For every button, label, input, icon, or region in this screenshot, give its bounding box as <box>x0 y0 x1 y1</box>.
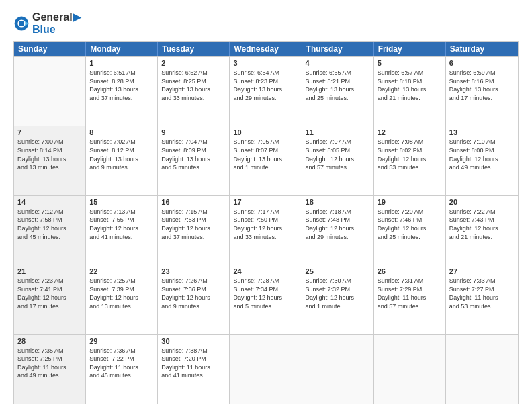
day-info: Sunrise: 7:35 AMSunset: 7:25 PMDaylight:… <box>17 347 82 380</box>
day-number: 19 <box>378 198 442 206</box>
day-number: 8 <box>89 128 154 136</box>
day-info: Sunrise: 7:33 AMSunset: 7:27 PMDaylight:… <box>449 277 515 310</box>
day-info: Sunrise: 6:51 AMSunset: 8:28 PMDaylight:… <box>89 68 154 102</box>
day-number: 25 <box>306 267 370 275</box>
cal-cell-2-6: 12Sunrise: 7:08 AMSunset: 8:02 PMDayligh… <box>374 126 446 195</box>
day-number: 30 <box>161 337 226 345</box>
cal-cell-1-4: 3Sunrise: 6:54 AMSunset: 8:23 PMDaylight… <box>230 57 302 126</box>
day-info: Sunrise: 7:25 AMSunset: 7:39 PMDaylight:… <box>89 277 154 310</box>
header-day-saturday: Saturday <box>446 42 518 56</box>
day-number: 2 <box>161 59 226 67</box>
calendar-row-2: 7Sunrise: 7:00 AMSunset: 8:14 PMDaylight… <box>14 126 518 195</box>
day-number: 7 <box>17 128 82 136</box>
logo-text: General▶ Blue <box>32 11 81 36</box>
cal-cell-4-1: 21Sunrise: 7:23 AMSunset: 7:41 PMDayligh… <box>14 265 86 334</box>
day-number: 28 <box>17 337 82 345</box>
cal-cell-2-7: 13Sunrise: 7:10 AMSunset: 8:00 PMDayligh… <box>446 126 518 195</box>
day-number: 27 <box>449 267 515 275</box>
header-day-monday: Monday <box>86 42 158 56</box>
day-info: Sunrise: 7:07 AMSunset: 8:05 PMDaylight:… <box>306 138 370 171</box>
day-info: Sunrise: 6:52 AMSunset: 8:25 PMDaylight:… <box>161 68 226 102</box>
day-info: Sunrise: 7:12 AMSunset: 7:58 PMDaylight:… <box>17 208 82 241</box>
day-info: Sunrise: 7:28 AMSunset: 7:34 PMDaylight:… <box>233 277 298 310</box>
day-number: 13 <box>449 128 515 136</box>
day-number: 11 <box>306 128 370 136</box>
cal-cell-3-2: 15Sunrise: 7:13 AMSunset: 7:55 PMDayligh… <box>86 196 158 265</box>
cal-cell-2-5: 11Sunrise: 7:07 AMSunset: 8:05 PMDayligh… <box>302 126 374 195</box>
cal-cell-4-3: 23Sunrise: 7:26 AMSunset: 7:36 PMDayligh… <box>158 265 230 334</box>
day-info: Sunrise: 7:23 AMSunset: 7:41 PMDaylight:… <box>17 277 82 310</box>
day-info: Sunrise: 7:13 AMSunset: 7:55 PMDaylight:… <box>89 208 154 241</box>
cal-cell-2-4: 10Sunrise: 7:05 AMSunset: 8:07 PMDayligh… <box>230 126 302 195</box>
header-day-thursday: Thursday <box>302 42 374 56</box>
day-info: Sunrise: 7:20 AMSunset: 7:46 PMDaylight:… <box>378 208 442 241</box>
day-number: 24 <box>233 267 298 275</box>
logo: General▶ Blue <box>13 11 81 36</box>
cal-cell-4-5: 25Sunrise: 7:30 AMSunset: 7:32 PMDayligh… <box>302 265 374 334</box>
day-info: Sunrise: 7:38 AMSunset: 7:20 PMDaylight:… <box>161 347 226 380</box>
day-info: Sunrise: 7:17 AMSunset: 7:50 PMDaylight:… <box>233 208 298 241</box>
cal-cell-2-1: 7Sunrise: 7:00 AMSunset: 8:14 PMDaylight… <box>14 126 86 195</box>
cal-cell-3-1: 14Sunrise: 7:12 AMSunset: 7:58 PMDayligh… <box>14 196 86 265</box>
day-number: 22 <box>89 267 154 275</box>
day-info: Sunrise: 7:05 AMSunset: 8:07 PMDaylight:… <box>233 138 298 171</box>
svg-point-3 <box>19 21 24 26</box>
day-number: 12 <box>378 128 442 136</box>
cal-cell-1-3: 2Sunrise: 6:52 AMSunset: 8:25 PMDaylight… <box>158 57 230 126</box>
cal-cell-5-2: 29Sunrise: 7:36 AMSunset: 7:22 PMDayligh… <box>86 335 158 404</box>
day-number: 3 <box>233 59 298 67</box>
header-day-sunday: Sunday <box>14 42 86 56</box>
cal-cell-3-5: 18Sunrise: 7:18 AMSunset: 7:48 PMDayligh… <box>302 196 374 265</box>
day-number: 17 <box>233 198 298 206</box>
calendar-row-1: 1Sunrise: 6:51 AMSunset: 8:28 PMDaylight… <box>14 56 518 126</box>
day-number: 26 <box>378 267 442 275</box>
header-day-wednesday: Wednesday <box>230 42 302 56</box>
cal-cell-4-2: 22Sunrise: 7:25 AMSunset: 7:39 PMDayligh… <box>86 265 158 334</box>
header-day-friday: Friday <box>374 42 446 56</box>
calendar: SundayMondayTuesdayWednesdayThursdayFrid… <box>13 41 519 404</box>
calendar-body: 1Sunrise: 6:51 AMSunset: 8:28 PMDaylight… <box>14 56 518 404</box>
day-info: Sunrise: 7:31 AMSunset: 7:29 PMDaylight:… <box>378 277 442 310</box>
cal-cell-5-1: 28Sunrise: 7:35 AMSunset: 7:25 PMDayligh… <box>14 335 86 404</box>
day-info: Sunrise: 7:26 AMSunset: 7:36 PMDaylight:… <box>161 277 226 310</box>
calendar-header: SundayMondayTuesdayWednesdayThursdayFrid… <box>14 42 518 56</box>
day-info: Sunrise: 7:36 AMSunset: 7:22 PMDaylight:… <box>89 347 154 380</box>
day-number: 14 <box>17 198 82 206</box>
cal-cell-1-1 <box>14 57 86 126</box>
cal-cell-5-6 <box>374 335 446 404</box>
day-number: 20 <box>449 198 515 206</box>
cal-cell-5-7 <box>446 335 518 404</box>
calendar-row-3: 14Sunrise: 7:12 AMSunset: 7:58 PMDayligh… <box>14 195 518 265</box>
cal-cell-4-6: 26Sunrise: 7:31 AMSunset: 7:29 PMDayligh… <box>374 265 446 334</box>
cal-cell-3-7: 20Sunrise: 7:22 AMSunset: 7:43 PMDayligh… <box>446 196 518 265</box>
day-number: 4 <box>306 59 370 67</box>
cal-cell-2-2: 8Sunrise: 7:02 AMSunset: 8:12 PMDaylight… <box>86 126 158 195</box>
day-info: Sunrise: 7:04 AMSunset: 8:09 PMDaylight:… <box>161 138 226 171</box>
cal-cell-5-3: 30Sunrise: 7:38 AMSunset: 7:20 PMDayligh… <box>158 335 230 404</box>
day-number: 29 <box>89 337 154 345</box>
day-number: 15 <box>89 198 154 206</box>
day-info: Sunrise: 6:59 AMSunset: 8:16 PMDaylight:… <box>449 68 515 102</box>
cal-cell-1-5: 4Sunrise: 6:55 AMSunset: 8:21 PMDaylight… <box>302 57 374 126</box>
day-info: Sunrise: 7:30 AMSunset: 7:32 PMDaylight:… <box>306 277 370 310</box>
day-info: Sunrise: 7:22 AMSunset: 7:43 PMDaylight:… <box>449 208 515 241</box>
day-info: Sunrise: 6:54 AMSunset: 8:23 PMDaylight:… <box>233 68 298 102</box>
cal-cell-3-4: 17Sunrise: 7:17 AMSunset: 7:50 PMDayligh… <box>230 196 302 265</box>
day-info: Sunrise: 6:55 AMSunset: 8:21 PMDaylight:… <box>306 68 370 102</box>
day-number: 23 <box>161 267 226 275</box>
cal-cell-1-6: 5Sunrise: 6:57 AMSunset: 8:18 PMDaylight… <box>374 57 446 126</box>
day-info: Sunrise: 7:00 AMSunset: 8:14 PMDaylight:… <box>17 138 82 171</box>
day-info: Sunrise: 7:10 AMSunset: 8:00 PMDaylight:… <box>449 138 515 171</box>
cal-cell-3-3: 16Sunrise: 7:15 AMSunset: 7:53 PMDayligh… <box>158 196 230 265</box>
header-day-tuesday: Tuesday <box>158 42 230 56</box>
day-info: Sunrise: 7:15 AMSunset: 7:53 PMDaylight:… <box>161 208 226 241</box>
day-info: Sunrise: 6:57 AMSunset: 8:18 PMDaylight:… <box>378 68 442 102</box>
day-info: Sunrise: 7:18 AMSunset: 7:48 PMDaylight:… <box>306 208 370 241</box>
day-number: 6 <box>449 59 515 67</box>
day-info: Sunrise: 7:08 AMSunset: 8:02 PMDaylight:… <box>378 138 442 171</box>
day-number: 18 <box>306 198 370 206</box>
cal-cell-1-2: 1Sunrise: 6:51 AMSunset: 8:28 PMDaylight… <box>86 57 158 126</box>
cal-cell-4-4: 24Sunrise: 7:28 AMSunset: 7:34 PMDayligh… <box>230 265 302 334</box>
day-number: 5 <box>378 59 442 67</box>
cal-cell-5-5 <box>302 335 374 404</box>
